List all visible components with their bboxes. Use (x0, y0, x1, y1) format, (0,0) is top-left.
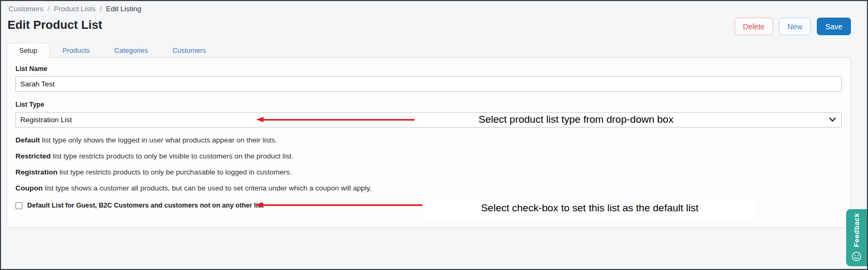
breadcrumb-edit-listing: Edit Listing (106, 5, 141, 13)
default-list-checkbox[interactable] (15, 202, 22, 209)
page-title: Edit Product List (7, 18, 102, 32)
list-type-description-default: Default list type only shows the logged … (15, 137, 842, 144)
edit-product-list-page: { "breadcrumb": { "items": ["Customers",… (0, 0, 868, 270)
annotation-text-default-checkbox: Select check-box to set this list as the… (423, 197, 757, 219)
description-term: Coupon (15, 184, 43, 192)
tab-bar: Setup Products Categories Customers (6, 43, 218, 58)
annotation-arrow-default-checkbox (255, 202, 426, 208)
list-type-description-coupon: Coupon list type shows a customer all pr… (15, 185, 842, 192)
description-text: list type shows a customer all products,… (43, 184, 372, 192)
arrow-shaft (261, 204, 424, 206)
save-button[interactable]: Save (817, 18, 851, 35)
breadcrumb-customers[interactable]: Customers (9, 5, 43, 13)
new-button[interactable]: New (779, 18, 811, 35)
breadcrumb-separator: / (47, 5, 50, 13)
description-text: list type restricts products to only be … (58, 168, 292, 176)
arrow-shaft (262, 119, 415, 121)
list-type-description-restricted: Restricted list type restricts products … (15, 153, 842, 160)
tab-setup[interactable]: Setup (6, 43, 50, 58)
list-type-label: List Type (15, 101, 842, 108)
annotation-arrow-list-type (256, 116, 416, 123)
default-list-checkbox-label: Default List for Guest, B2C Customers an… (27, 202, 264, 209)
breadcrumb: Customers / Product Lists / Edit Listing (9, 5, 141, 13)
description-term: Default (15, 136, 40, 144)
breadcrumb-separator: / (100, 5, 102, 13)
breadcrumb-product-lists[interactable]: Product Lists (54, 5, 95, 13)
list-type-selected-value: Registration List (20, 116, 72, 124)
delete-button[interactable]: Delete (735, 18, 773, 35)
description-text: list type only shows the logged in user … (40, 136, 277, 144)
header-actions: Delete New Save (735, 18, 851, 35)
tab-categories[interactable]: Categories (102, 43, 160, 58)
annotation-text-list-type: Select product list type from drop-down … (479, 114, 673, 125)
feedback-label: Feedback (853, 213, 861, 247)
list-type-select[interactable]: Registration List (15, 112, 842, 128)
feedback-button[interactable]: Feedback (846, 209, 867, 266)
description-term: Restricted (15, 152, 51, 160)
smiley-icon (851, 251, 862, 261)
chevron-down-icon (829, 117, 836, 122)
description-term: Registration (15, 168, 58, 176)
tab-products[interactable]: Products (50, 43, 102, 58)
list-name-input[interactable] (15, 76, 842, 92)
tab-customers[interactable]: Customers (160, 43, 218, 58)
list-name-label: List Name (15, 65, 842, 73)
description-text: list type restricts products to only be … (51, 152, 293, 160)
list-type-description-registration: Registration list type restricts product… (15, 169, 842, 176)
